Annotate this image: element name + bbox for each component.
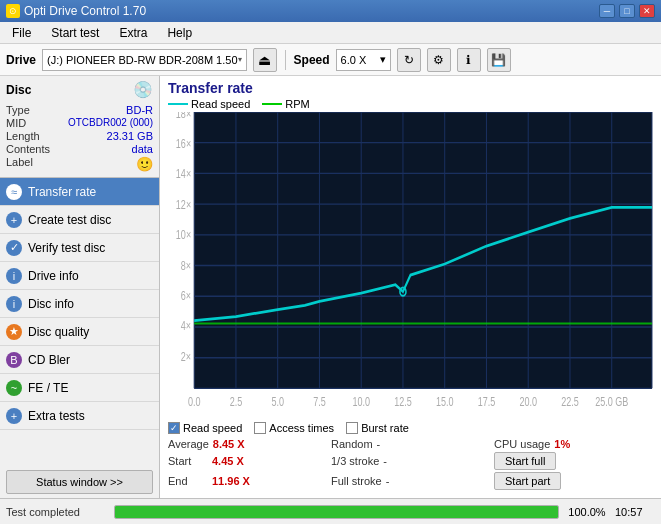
stat-end: End 11.96 X: [168, 472, 327, 490]
disc-length-row: Length 23.31 GB: [6, 130, 153, 142]
nav-label-disc-info: Disc info: [28, 297, 74, 311]
nav-verify-test-disc[interactable]: ✓ Verify test disc: [0, 234, 159, 262]
check-access-times[interactable]: Access times: [254, 422, 334, 434]
disc-mid-row: MID OTCBDR002 (000): [6, 117, 153, 129]
legend-rpm: RPM: [262, 98, 309, 110]
average-label: Average: [168, 438, 209, 450]
svg-text:2×: 2×: [181, 349, 191, 363]
disc-mid-value: OTCBDR002 (000): [68, 117, 153, 129]
nav-extra-tests[interactable]: + Extra tests: [0, 402, 159, 430]
svg-text:6×: 6×: [181, 288, 191, 302]
nav-transfer-rate[interactable]: ≈ Transfer rate: [0, 178, 159, 206]
nav-icon-disc-info: i: [6, 296, 22, 312]
menu-bar: File Start test Extra Help: [0, 22, 661, 44]
nav-fe-te[interactable]: ~ FE / TE: [0, 374, 159, 402]
check-read-speed[interactable]: ✓ Read speed: [168, 422, 242, 434]
svg-text:16×: 16×: [176, 136, 191, 150]
save-button[interactable]: 💾: [487, 48, 511, 72]
refresh-button[interactable]: ↻: [397, 48, 421, 72]
svg-text:8×: 8×: [181, 258, 191, 272]
app-title: Opti Drive Control 1.70: [24, 4, 146, 18]
info-button[interactable]: ℹ: [457, 48, 481, 72]
burst-rate-label: Burst rate: [361, 422, 409, 434]
progress-container: [114, 505, 559, 519]
disc-type-value: BD-R: [126, 104, 153, 116]
disc-panel: Disc 💿 Type BD-R MID OTCBDR002 (000) Len…: [0, 76, 159, 178]
status-text: Test completed: [6, 506, 106, 518]
svg-text:12.5: 12.5: [394, 395, 412, 409]
nav-create-test-disc[interactable]: + Create test disc: [0, 206, 159, 234]
svg-text:0.0: 0.0: [188, 395, 201, 409]
nav-icon-create-test: +: [6, 212, 22, 228]
nav-label-drive-info: Drive info: [28, 269, 79, 283]
speed-dropdown-arrow: ▾: [380, 53, 386, 66]
disc-label-icon: 🙂: [136, 156, 153, 172]
eject-button[interactable]: ⏏: [253, 48, 277, 72]
svg-text:25.0 GB: 25.0 GB: [595, 395, 628, 409]
stat-full-stroke: Full stroke -: [331, 472, 490, 490]
stat-start-part[interactable]: Start part: [494, 472, 653, 490]
menu-file[interactable]: File: [4, 24, 39, 42]
chart-bottom: ✓ Read speed Access times Burst rate Ave…: [164, 416, 657, 494]
nav-label-transfer-rate: Transfer rate: [28, 185, 96, 199]
svg-text:22.5: 22.5: [561, 395, 579, 409]
stat-start: Start 4.45 X: [168, 452, 327, 470]
legend-read-speed: Read speed: [168, 98, 250, 110]
speed-value: 6.0 X: [341, 54, 367, 66]
disc-mid-label: MID: [6, 117, 26, 129]
title-bar: ⊙ Opti Drive Control 1.70 ─ □ ✕: [0, 0, 661, 22]
svg-text:20.0: 20.0: [519, 395, 537, 409]
speed-selector[interactable]: 6.0 X ▾: [336, 49, 391, 71]
legend-label-read-speed: Read speed: [191, 98, 250, 110]
menu-extra[interactable]: Extra: [111, 24, 155, 42]
nav-cd-bler[interactable]: B CD Bler: [0, 346, 159, 374]
nav-icon-transfer-rate: ≈: [6, 184, 22, 200]
stat-random: Random -: [331, 438, 490, 450]
close-button[interactable]: ✕: [639, 4, 655, 18]
drive-dropdown-arrow: ▾: [238, 55, 242, 64]
start-part-button[interactable]: Start part: [494, 472, 561, 490]
stroke-label: 1/3 stroke: [331, 455, 379, 467]
nav-disc-info[interactable]: i Disc info: [0, 290, 159, 318]
svg-text:4×: 4×: [181, 319, 191, 333]
svg-text:12×: 12×: [176, 197, 191, 211]
svg-text:7.5: 7.5: [313, 395, 326, 409]
nav-label-fe-te: FE / TE: [28, 381, 68, 395]
disc-contents-row: Contents data: [6, 143, 153, 155]
check-burst-rate[interactable]: Burst rate: [346, 422, 409, 434]
read-speed-label: Read speed: [183, 422, 242, 434]
nav-label-extra-tests: Extra tests: [28, 409, 85, 423]
nav-icon-disc-quality: ★: [6, 324, 22, 340]
drive-selector[interactable]: (J:) PIONEER BD-RW BDR-208M 1.50 ▾: [42, 49, 247, 71]
end-value: 11.96 X: [212, 475, 252, 487]
cpu-value: 1%: [554, 438, 594, 450]
svg-text:18×: 18×: [176, 112, 191, 120]
nav-icon-extra-tests: +: [6, 408, 22, 424]
end-label: End: [168, 475, 208, 487]
legend-color-read-speed: [168, 103, 188, 105]
menu-start-test[interactable]: Start test: [43, 24, 107, 42]
read-speed-checkbox[interactable]: ✓: [168, 422, 180, 434]
burst-rate-checkbox[interactable]: [346, 422, 358, 434]
disc-type-row: Type BD-R: [6, 104, 153, 116]
status-window-button[interactable]: Status window >>: [6, 470, 153, 494]
disc-length-value: 23.31 GB: [107, 130, 153, 142]
start-full-button[interactable]: Start full: [494, 452, 556, 470]
svg-text:5.0: 5.0: [271, 395, 284, 409]
nav-disc-quality[interactable]: ★ Disc quality: [0, 318, 159, 346]
access-times-checkbox[interactable]: [254, 422, 266, 434]
minimize-button[interactable]: ─: [599, 4, 615, 18]
nav-icon-cd-bler: B: [6, 352, 22, 368]
status-time: 10:57: [615, 506, 655, 518]
disc-label-row: Label 🙂: [6, 156, 153, 172]
title-controls[interactable]: ─ □ ✕: [599, 4, 655, 18]
stat-cpu: CPU usage 1%: [494, 438, 653, 450]
settings-button[interactable]: ⚙: [427, 48, 451, 72]
menu-help[interactable]: Help: [159, 24, 200, 42]
nav-drive-info[interactable]: i Drive info: [0, 262, 159, 290]
maximize-button[interactable]: □: [619, 4, 635, 18]
status-bar: Test completed 100.0% 10:57: [0, 498, 661, 524]
nav-icon-fe-te: ~: [6, 380, 22, 396]
stat-start-full[interactable]: Start full: [494, 452, 653, 470]
stat-1-3-stroke: 1/3 stroke -: [331, 452, 490, 470]
